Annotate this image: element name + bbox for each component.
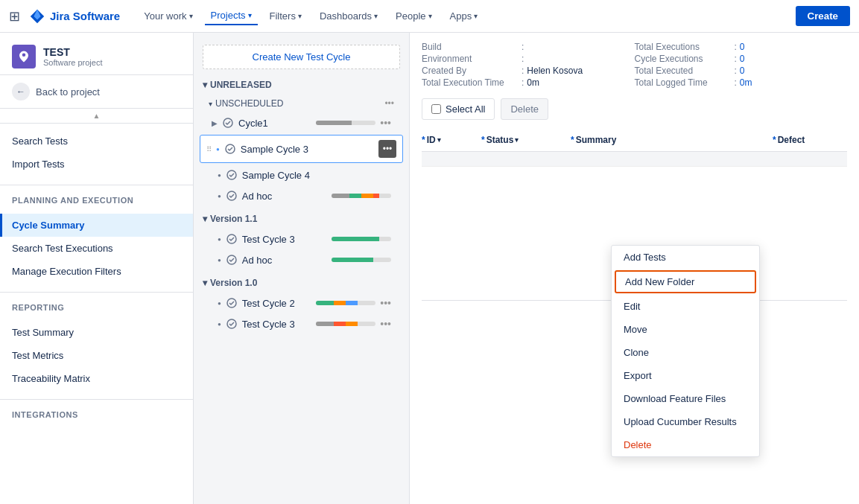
project-info: TEST Software project	[43, 46, 102, 67]
version-header-1-1[interactable]: ▾ Version 1.1	[194, 209, 409, 229]
top-nav: ⊞ Jira Software Your work ▾ Projects ▾ F…	[0, 0, 859, 33]
sidebar-item-test-summary[interactable]: Test Summary	[0, 321, 193, 344]
meta-label: Cycle Executions	[635, 54, 732, 64]
more-options-button[interactable]: •••	[380, 318, 391, 330]
cycle-item[interactable]: ● Ad hoc	[194, 185, 409, 206]
nav-your-work[interactable]: Your work ▾	[138, 7, 198, 25]
back-to-project-link[interactable]: ← Back to project	[0, 75, 193, 109]
sidebar-item-manage-filters[interactable]: Manage Execution Filters	[0, 260, 193, 283]
delete-button[interactable]: Delete	[501, 98, 548, 120]
more-icon[interactable]: •••	[384, 98, 394, 109]
more-options-button[interactable]: •••	[380, 297, 391, 309]
dot-icon: ●	[218, 172, 221, 179]
sidebar-item-test-metrics[interactable]: Test Metrics	[0, 344, 193, 367]
cycle-name: Test Cycle 2	[242, 298, 311, 309]
drag-handle-icon: ⠿	[206, 145, 212, 153]
cycle-icon	[222, 117, 234, 129]
context-menu-export[interactable]: Export	[612, 364, 759, 387]
meta-value: Helen Kosova	[527, 66, 583, 76]
col-header-defect[interactable]: * Defect	[773, 135, 847, 145]
cycle-item[interactable]: ● Test Cycle 3	[194, 229, 409, 249]
context-menu-upload-cucumber[interactable]: Upload Cucumber Results	[612, 410, 759, 433]
table-scrollbar-area[interactable]	[422, 152, 847, 167]
sidebar-section-reporting: REPORTING	[0, 296, 193, 315]
version-header-1-0[interactable]: ▾ Version 1.0	[194, 273, 409, 293]
meta-logged-time: Total Logged Time : 0m	[635, 77, 848, 88]
back-icon: ←	[12, 83, 30, 101]
meta-colon: :	[522, 42, 524, 52]
chevron-icon: ▾	[189, 12, 193, 20]
create-button[interactable]: Create	[796, 6, 851, 26]
col-header-status[interactable]: * Status ▾	[481, 135, 571, 145]
context-menu-delete[interactable]: Delete	[612, 433, 759, 456]
version-group-1-0: ▾ Version 1.0 ● Test Cycle 2 •••	[194, 273, 409, 334]
nav-people[interactable]: People ▾	[390, 7, 437, 25]
sidebar-item-search-executions[interactable]: Search Test Executions	[0, 237, 193, 260]
sort-icon: ▾	[437, 136, 441, 144]
meta-section: Build : Total Executions : 0 Environment…	[422, 42, 847, 88]
nav-projects[interactable]: Projects ▾	[205, 7, 258, 25]
context-menu-download-feature-files[interactable]: Download Feature Files	[612, 387, 759, 410]
context-menu-add-tests[interactable]: Add Tests	[612, 246, 759, 269]
version-group-1-1: ▾ Version 1.1 ● Test Cycle 3 ●	[194, 209, 409, 270]
cycle-item[interactable]: ● Test Cycle 2 •••	[194, 293, 409, 313]
col-header-summary[interactable]: * Summary	[571, 135, 773, 145]
cycle-item-selected[interactable]: ⠿ ● Sample Cycle 3 •••	[200, 135, 403, 163]
meta-cycle-executions: Cycle Executions : 0	[635, 54, 848, 64]
context-menu-move[interactable]: Move	[612, 318, 759, 341]
context-menu-clone[interactable]: Clone	[612, 341, 759, 364]
sidebar-section-planning: PLANNING AND EXECUTION	[0, 188, 193, 208]
select-all-checkbox[interactable]	[431, 104, 441, 114]
sidebar-item-traceability[interactable]: Traceability Matrix	[0, 367, 193, 390]
select-all-label: Select All	[446, 103, 485, 115]
progress-bar	[332, 194, 391, 198]
col-header-id[interactable]: * ID ▾	[422, 135, 481, 145]
scroll-up-indicator[interactable]: ▲	[0, 109, 193, 124]
nav-dashboards[interactable]: Dashboards ▾	[314, 7, 384, 25]
dot-icon: ●	[216, 146, 220, 153]
logo[interactable]: Jira Software	[29, 8, 120, 25]
project-name: TEST	[43, 46, 102, 58]
cycle-item[interactable]: ● Sample Cycle 4	[194, 165, 409, 185]
meta-value: 0m	[740, 77, 752, 88]
chevron-down-icon: ▾	[203, 214, 207, 224]
table-header: * ID ▾ * Status ▾ * Summary * Defect	[422, 129, 847, 152]
cycle-item[interactable]: ● Ad hoc	[194, 249, 409, 270]
more-options-button[interactable]: •••	[380, 117, 391, 129]
version-header-unreleased[interactable]: ▾ UNRELEASED	[194, 75, 409, 95]
sidebar-item-search-tests[interactable]: Search Tests	[0, 130, 193, 153]
sidebar-item-import-tests[interactable]: Import Tests	[0, 153, 193, 176]
meta-value: 0	[740, 42, 745, 52]
grid-icon[interactable]: ⊞	[9, 8, 20, 25]
create-new-test-cycle-button[interactable]: Create New Test Cycle	[203, 45, 400, 69]
cycle-icon	[226, 318, 238, 330]
cycle-item[interactable]: ▶ Cycle1 •••	[194, 112, 409, 133]
context-menu-trigger-button[interactable]: •••	[378, 140, 396, 158]
meta-colon: :	[735, 66, 737, 76]
cycle-item[interactable]: ● Test Cycle 3 •••	[194, 313, 409, 334]
chevron-icon: ▾	[248, 11, 252, 19]
chevron-icon: ▾	[428, 12, 432, 20]
context-menu-add-new-folder[interactable]: Add New Folder	[615, 270, 756, 293]
cycle-icon	[224, 143, 236, 155]
project-icon	[12, 45, 36, 68]
dot-icon: ●	[218, 321, 221, 328]
cycle-icon	[226, 190, 238, 202]
meta-environment: Environment :	[422, 54, 635, 64]
expand-icon: ▶	[212, 119, 218, 127]
sidebar-divider	[0, 185, 193, 185]
cycle-name: Ad hoc	[242, 191, 327, 202]
dot-icon: ●	[218, 300, 221, 307]
context-menu-edit[interactable]: Edit	[612, 295, 759, 318]
sidebar-item-cycle-summary[interactable]: Cycle Summary	[0, 214, 193, 237]
nav-apps[interactable]: Apps ▾	[444, 7, 484, 25]
meta-colon: :	[522, 54, 524, 64]
asterisk-icon: *	[571, 135, 574, 145]
nav-filters[interactable]: Filters ▾	[264, 7, 308, 25]
main-content: Create New Test Cycle ▾ UNRELEASED ▾ UNS…	[194, 33, 859, 504]
sidebar-section-integrations: INTEGRATIONS	[0, 403, 193, 422]
cycle-icon	[226, 169, 238, 181]
select-all-button[interactable]: Select All	[422, 98, 495, 120]
subversion-unscheduled[interactable]: ▾ UNSCHEDULED •••	[194, 95, 409, 112]
chevron-icon: ▾	[374, 12, 378, 20]
